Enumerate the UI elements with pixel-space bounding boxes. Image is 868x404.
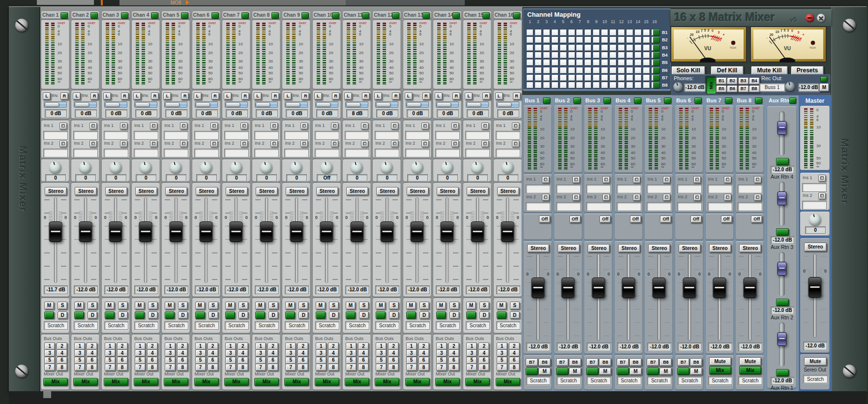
fader[interactable] (776, 182, 788, 226)
stereo-button[interactable]: Stereo (739, 244, 761, 252)
matrix-cell[interactable] (560, 30, 567, 35)
scratch-field[interactable]: Scratch (436, 321, 460, 330)
phones-bus-7-button[interactable]: B7 (738, 85, 749, 93)
bus-out-2-button[interactable]: 2 (358, 342, 369, 350)
fader-handle[interactable] (260, 221, 273, 242)
solo-button[interactable]: S (479, 302, 489, 310)
right-button[interactable]: R (211, 93, 219, 100)
mix-out-button[interactable]: Mix (224, 378, 249, 386)
ins2-field[interactable] (254, 149, 279, 157)
phones-knob[interactable] (673, 82, 683, 92)
fader[interactable]: 00 (557, 254, 579, 340)
pan-slider[interactable] (345, 101, 368, 108)
matrix-cell[interactable] (643, 45, 650, 51)
bus-out-6-button[interactable]: 6 (449, 357, 459, 364)
matrix-bus-led[interactable] (653, 82, 659, 88)
bus-out-2-button[interactable]: 2 (147, 342, 158, 350)
matrix-cell[interactable] (627, 52, 633, 58)
matrix-cell[interactable] (543, 60, 550, 65)
left-button[interactable]: L (465, 93, 473, 100)
scratch-field[interactable]: Scratch (557, 376, 581, 385)
right-button[interactable]: R (482, 93, 490, 100)
matrix-cell[interactable] (635, 82, 641, 88)
channel-on-button[interactable] (376, 311, 386, 319)
aux-on-button[interactable] (776, 299, 789, 306)
bus-out-8-button[interactable]: 8 (208, 364, 218, 371)
ins1-checkbox[interactable] (150, 123, 157, 129)
bus-on-button[interactable] (617, 368, 629, 375)
mute-button[interactable]: M (406, 302, 416, 310)
bus-out-4-button[interactable]: 4 (509, 349, 520, 357)
matrix-cell[interactable] (593, 75, 599, 81)
ins2-checkbox[interactable] (512, 140, 519, 147)
ins1-checkbox[interactable] (754, 176, 761, 183)
right-button[interactable]: R (422, 93, 430, 100)
channel-on-button[interactable] (195, 311, 205, 319)
rotary-knob[interactable] (110, 161, 121, 173)
matrix-cell[interactable] (543, 82, 550, 88)
bus-mix-button[interactable]: Mix (709, 366, 731, 374)
fader-handle[interactable] (49, 221, 62, 242)
bus-out-1-button[interactable]: 1 (406, 342, 417, 350)
matrix-cell[interactable] (601, 82, 608, 88)
fader-handle[interactable] (350, 221, 363, 242)
mute-button[interactable]: M (466, 302, 476, 310)
route-b8-button[interactable]: B8 (659, 358, 672, 366)
channel-on-button[interactable] (225, 311, 235, 319)
fader[interactable]: 00 (285, 198, 307, 282)
fader[interactable]: 00 (376, 198, 398, 282)
ins2-field[interactable] (134, 149, 158, 157)
ins1-checkbox[interactable] (693, 176, 701, 183)
rotary-knob[interactable] (321, 161, 332, 173)
mute-button[interactable]: M (346, 302, 356, 310)
route-b7-button[interactable]: B7 (586, 358, 599, 366)
matrix-cell[interactable] (618, 30, 625, 35)
ins1-field[interactable] (315, 131, 339, 140)
pan-slider[interactable] (44, 101, 67, 108)
bus-out-7-button[interactable]: 7 (225, 364, 236, 371)
route-b7-button[interactable]: B7 (677, 358, 689, 366)
ins2-checkbox[interactable] (300, 140, 308, 147)
bus-out-6-button[interactable]: 6 (509, 357, 520, 364)
bus-mono-button[interactable]: M (569, 368, 581, 375)
ins1-checkbox[interactable] (331, 123, 338, 129)
fader-handle[interactable] (139, 221, 152, 242)
matrix-cell[interactable] (576, 37, 583, 43)
route-b8-button[interactable]: B8 (599, 358, 611, 366)
bus-led-button[interactable] (543, 97, 550, 104)
bus-out-8-button[interactable]: 8 (509, 364, 520, 371)
matrix-cell[interactable] (627, 60, 633, 65)
bus-out-1-button[interactable]: 1 (436, 342, 447, 350)
off-button[interactable]: Off (569, 216, 581, 223)
phones-bus-1-button[interactable]: B1 (716, 77, 727, 85)
master-scratch-field[interactable]: Scratch (803, 375, 828, 383)
channel-led-button[interactable] (513, 12, 520, 19)
stereo-button[interactable]: Stereo (376, 187, 398, 195)
pan-slider[interactable] (406, 101, 429, 108)
bus-out-7-button[interactable]: 7 (406, 364, 417, 371)
bus-out-8-button[interactable]: 8 (419, 364, 429, 371)
ins2-checkbox[interactable] (818, 192, 826, 199)
matrix-cell[interactable] (543, 45, 550, 51)
matrix-cell[interactable] (643, 82, 650, 88)
stereo-button[interactable]: Stereo (588, 244, 610, 252)
channel-on-button[interactable] (316, 311, 326, 319)
fader[interactable]: 00 (497, 198, 519, 282)
channel-led-button[interactable] (332, 12, 339, 19)
bus-out-5-button[interactable]: 5 (406, 357, 417, 364)
bus-out-1-button[interactable]: 1 (225, 342, 236, 350)
fader-handle[interactable] (778, 332, 787, 346)
left-button[interactable]: L (435, 93, 443, 100)
fader[interactable] (776, 322, 788, 367)
mix-out-button[interactable]: Mix (405, 378, 430, 386)
mix-out-button[interactable]: Mix (194, 378, 219, 386)
ins2-checkbox[interactable] (663, 194, 670, 201)
ins1-field[interactable] (254, 131, 279, 140)
fader-handle[interactable] (743, 278, 756, 298)
fader[interactable]: 00 (739, 254, 761, 340)
scratch-field[interactable]: Scratch (526, 376, 550, 385)
matrix-cell[interactable] (552, 82, 558, 88)
rotary-knob[interactable] (381, 161, 392, 173)
fader-handle[interactable] (320, 221, 333, 242)
bus-out-5-button[interactable]: 5 (497, 357, 508, 364)
